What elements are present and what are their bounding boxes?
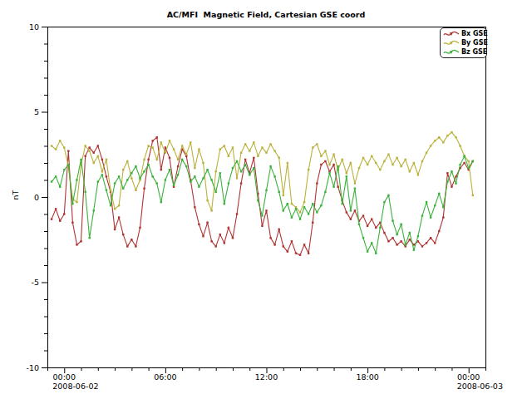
data-point-marker <box>228 227 229 229</box>
data-point-marker <box>173 184 175 185</box>
data-point-marker <box>114 229 116 230</box>
data-point-marker <box>362 237 364 239</box>
data-point-marker <box>455 175 456 177</box>
data-point-marker <box>135 245 136 247</box>
data-point-marker <box>210 209 212 211</box>
data-point-marker <box>346 172 347 174</box>
data-point-marker <box>76 179 77 180</box>
legend-item-bz: Bz GSE <box>443 49 485 56</box>
data-point-marker <box>110 190 111 191</box>
data-point-marker <box>51 145 52 146</box>
data-point-marker <box>269 143 271 145</box>
data-point-marker <box>438 230 440 232</box>
data-point-marker <box>287 162 288 164</box>
data-point-marker <box>101 159 103 160</box>
data-point-marker <box>190 180 191 182</box>
data-point-marker <box>455 182 456 184</box>
data-point-marker <box>396 157 397 159</box>
data-point-marker <box>316 143 318 145</box>
data-point-marker <box>236 160 238 162</box>
data-point-marker <box>303 206 305 208</box>
data-point-marker <box>210 240 212 242</box>
data-point-marker <box>295 208 297 209</box>
data-point-marker <box>405 244 406 245</box>
data-point-marker <box>451 186 452 188</box>
data-point-marker <box>438 193 440 195</box>
data-point-marker <box>392 220 393 222</box>
data-point-marker <box>387 240 389 242</box>
data-point-marker <box>194 206 195 208</box>
data-point-marker <box>88 146 90 148</box>
data-point-marker <box>291 203 293 204</box>
data-point-marker <box>219 148 221 150</box>
data-point-marker <box>63 213 65 214</box>
data-point-marker <box>67 164 69 165</box>
data-point-marker <box>232 146 234 148</box>
legend: Bx GSE By GSE Bz GSE <box>440 27 487 58</box>
data-point-marker <box>257 200 259 201</box>
data-point-marker <box>346 175 347 177</box>
data-point-marker <box>362 157 364 159</box>
x-date-label: 2008-06-03 <box>457 382 503 391</box>
data-point-marker <box>135 165 136 167</box>
data-point-marker <box>219 172 221 174</box>
y-tick-label: 5 <box>34 107 39 116</box>
data-point-marker <box>451 131 452 133</box>
data-point-marker <box>106 190 107 191</box>
data-point-marker <box>206 200 208 201</box>
data-point-marker <box>299 218 301 219</box>
data-point-marker <box>342 159 343 160</box>
data-point-marker <box>362 214 364 216</box>
data-point-marker <box>472 160 474 162</box>
data-point-marker <box>273 244 275 245</box>
data-point-marker <box>371 218 372 219</box>
data-point-marker <box>303 244 305 245</box>
data-point-marker <box>265 190 267 191</box>
data-point-marker <box>367 225 368 227</box>
data-point-marker <box>446 172 448 174</box>
data-point-marker <box>190 141 191 143</box>
data-point-marker <box>426 152 427 154</box>
data-point-marker <box>240 152 242 154</box>
data-point-marker <box>210 179 212 180</box>
data-point-marker <box>126 179 128 180</box>
data-point-marker <box>350 218 352 219</box>
data-point-marker <box>400 224 401 225</box>
data-point-marker <box>97 155 99 157</box>
data-point-marker <box>396 244 397 245</box>
data-point-marker <box>269 165 271 167</box>
data-point-marker <box>101 174 103 175</box>
data-point-marker <box>265 209 267 211</box>
data-point-marker <box>63 146 65 148</box>
data-point-marker <box>459 164 461 165</box>
data-point-marker <box>324 191 326 193</box>
data-point-marker <box>442 206 444 208</box>
data-point-marker <box>202 177 204 179</box>
data-point-marker <box>446 135 448 136</box>
data-point-marker <box>139 179 140 180</box>
data-point-marker <box>71 203 73 204</box>
data-point-marker <box>84 155 86 157</box>
data-point-marker <box>55 175 57 177</box>
data-point-marker <box>106 175 107 177</box>
data-point-marker <box>367 164 368 165</box>
data-point-marker <box>283 195 284 196</box>
data-point-marker <box>273 175 275 177</box>
data-point-marker <box>177 159 179 160</box>
x-tick-label: 00:00 <box>457 372 480 382</box>
data-point-marker <box>468 167 470 169</box>
data-point-marker <box>114 182 116 184</box>
series-line-bx-gse <box>52 137 473 254</box>
data-point-marker <box>55 148 57 150</box>
data-point-marker <box>375 252 377 254</box>
data-point-marker <box>198 224 200 225</box>
bx-line-sample-icon <box>443 31 460 37</box>
data-point-marker <box>400 165 401 167</box>
data-point-marker <box>214 170 216 172</box>
data-point-marker <box>122 234 124 235</box>
plot-window: -10-5051000:002008-06-0206:0012:0018:000… <box>0 0 532 399</box>
data-point-marker <box>253 157 254 159</box>
data-point-marker <box>371 242 372 244</box>
data-point-marker <box>455 136 456 138</box>
data-point-marker <box>177 174 179 175</box>
